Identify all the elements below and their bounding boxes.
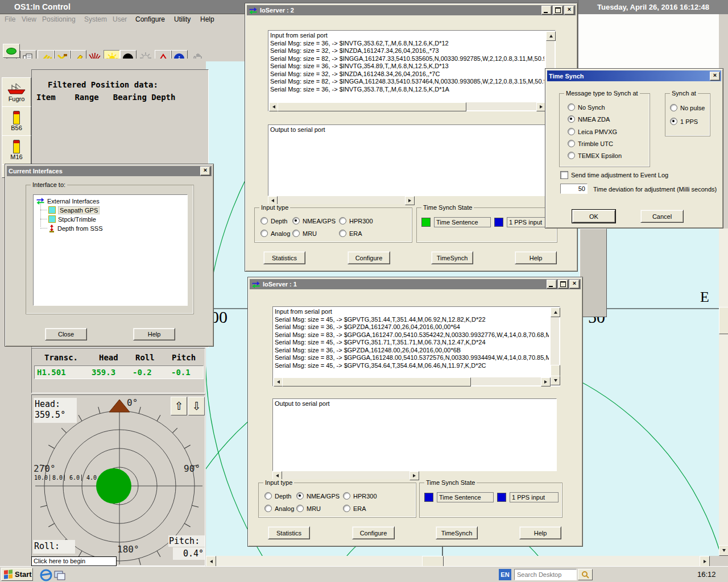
compass-panel: Head:359.5° ⇧ ⇩ 0° 90° 270° 180° 10.0 8.… [31, 394, 205, 566]
radio-nmea-zda[interactable]: NMEA ZDA [568, 115, 610, 123]
close-button[interactable] [710, 72, 720, 81]
search-input[interactable] [514, 569, 577, 580]
serial-input-list[interactable]: Input from serial port Serial Msg: size … [272, 306, 560, 386]
radio-hpr300[interactable]: HPR300 [339, 217, 373, 225]
radio-no-pulse[interactable]: No pulse [670, 104, 705, 111]
list-hscrollbar[interactable] [269, 102, 546, 110]
event-log-checkbox[interactable]: Send time adjustment to Event Log [560, 171, 668, 179]
output-hscrollbar[interactable] [272, 471, 419, 479]
menu-utility[interactable]: Utility [174, 15, 191, 24]
radio-era[interactable]: ERA [343, 505, 366, 512]
show-desktop-icon[interactable] [53, 569, 66, 581]
scroll-left-button[interactable] [206, 556, 216, 567]
close-button[interactable] [569, 280, 580, 289]
scale-down-button[interactable]: ⇩ [188, 397, 205, 415]
minimize-button[interactable] [541, 6, 552, 15]
radio-nmea-gps[interactable]: NMEA/GPS [292, 217, 336, 225]
tree-item-depth-from-sss[interactable]: Depth from SSS [48, 224, 102, 232]
radio-leica-pmvxg[interactable]: Leica PMVXG [568, 128, 617, 135]
tree-item-stpck-trimble[interactable]: Stpck/Trimble [48, 215, 96, 223]
hscroll-thumb[interactable] [422, 556, 444, 567]
menu-system[interactable]: System [84, 15, 107, 24]
radio-depth[interactable]: Depth [264, 492, 291, 500]
scroll-right-button[interactable] [541, 377, 551, 386]
menu-configure[interactable]: Configure [135, 15, 165, 24]
serial-output-box[interactable]: Output to serial port [268, 124, 548, 196]
scroll-up-button[interactable] [551, 307, 560, 317]
maximize-button[interactable] [553, 6, 563, 15]
radio-1pps[interactable]: 1 PPS [670, 118, 698, 125]
cancel-button[interactable]: Cancel [640, 210, 684, 223]
scroll-right-button[interactable] [405, 196, 415, 205]
ship-icon [7, 82, 26, 95]
menu-positioning[interactable]: Positioning [42, 15, 76, 24]
radio-temex-epsilon[interactable]: TEMEX Epsilon [568, 152, 622, 159]
tree-item-seapath-gps[interactable]: Seapath GPS [48, 206, 100, 214]
radio-analog[interactable]: Analog [264, 505, 294, 512]
help-button[interactable]: Help [133, 328, 175, 340]
close-button[interactable] [564, 6, 574, 15]
sidebar-button-b56[interactable]: B56 [2, 106, 31, 136]
maximize-button[interactable] [558, 280, 568, 289]
radio-nmea-gps[interactable]: NMEA/GPS [296, 492, 340, 500]
configure-button[interactable]: Configure [352, 526, 395, 539]
menu-file[interactable]: File [5, 15, 15, 24]
group-label: Time Synch State [424, 479, 477, 486]
scroll-right-button[interactable] [700, 556, 710, 567]
time-synch-titlebar[interactable]: Time Synch [547, 70, 721, 81]
interface-tree[interactable]: External Interfaces Seapath GPS Stpck/Tr… [33, 194, 188, 306]
configure-button[interactable]: Configure [348, 251, 390, 264]
hscroll-thumb[interactable] [282, 377, 471, 386]
scroll-up-button[interactable] [546, 31, 556, 41]
hscroll-thumb[interactable] [278, 102, 466, 111]
deviation-input[interactable] [560, 184, 588, 194]
timesynch-button[interactable]: TimeSynch [436, 526, 478, 539]
serial-output-box[interactable]: Output to serial port [272, 398, 557, 471]
sidebar-button-m16[interactable]: M16 [2, 135, 31, 165]
close-button[interactable] [200, 167, 210, 176]
map-hscrollbar[interactable] [206, 556, 719, 566]
ok-button[interactable]: OK [572, 210, 615, 223]
current-interfaces-titlebar[interactable]: Current Interfaces [7, 166, 212, 176]
menu-view[interactable]: View [22, 15, 36, 24]
statistics-button[interactable]: Statistics [268, 526, 310, 539]
start-button[interactable]: Start [1, 568, 33, 581]
radio-era[interactable]: ERA [339, 230, 362, 237]
search-button[interactable] [578, 569, 593, 580]
ie-icon[interactable] [40, 569, 52, 581]
help-button[interactable]: Help [515, 251, 557, 264]
radio-no-synch[interactable]: No Synch [568, 103, 605, 111]
scroll-down-button[interactable] [551, 376, 560, 385]
map-vscrollbar[interactable] [719, 228, 728, 556]
scale-up-button[interactable]: ⇧ [171, 397, 187, 415]
ioserver1-titlebar[interactable]: IoServer : 1 [250, 279, 581, 289]
vscroll-thumb[interactable] [719, 307, 728, 334]
minimize-button[interactable] [547, 280, 557, 289]
radio-mru[interactable]: MRU [296, 505, 321, 512]
green-status-button[interactable] [3, 44, 20, 58]
scroll-right-button[interactable] [410, 471, 419, 480]
tree-item-external-interfaces[interactable]: External Interfaces [36, 197, 100, 205]
serial-input-list[interactable]: Input from serial port Serial Msg: size … [268, 30, 556, 111]
radio-analog[interactable]: Analog [260, 230, 290, 237]
radio-mru[interactable]: MRU [292, 230, 317, 237]
serial-message: Serial Msg: size = 83, -> $GPGGA,161247.… [275, 331, 549, 339]
ioserver2-titlebar[interactable]: IoServer : 2 [247, 5, 576, 15]
menu-user[interactable]: User [113, 15, 127, 24]
help-button[interactable]: Help [519, 526, 561, 539]
timesynch-button[interactable]: TimeSynch [431, 251, 473, 264]
taskbar-clock[interactable]: 16:12 [697, 570, 716, 579]
scroll-down-button[interactable] [719, 545, 728, 556]
sidebar-button-fugro[interactable]: Fugro [2, 77, 31, 107]
vscroll-thumb[interactable] [551, 365, 560, 376]
output-hscrollbar[interactable] [268, 196, 415, 204]
list-hscrollbar[interactable] [274, 377, 551, 385]
statistics-button[interactable]: Statistics [263, 251, 305, 264]
radio-hpr300[interactable]: HPR300 [343, 492, 377, 500]
language-indicator[interactable]: EN [499, 569, 511, 580]
close-dialog-button[interactable]: Close [45, 328, 87, 340]
menu-help[interactable]: Help [200, 15, 214, 24]
list-vscrollbar[interactable] [551, 307, 559, 385]
radio-trimble-utc[interactable]: Trimble UTC [568, 140, 613, 147]
radio-depth[interactable]: Depth [260, 217, 287, 225]
